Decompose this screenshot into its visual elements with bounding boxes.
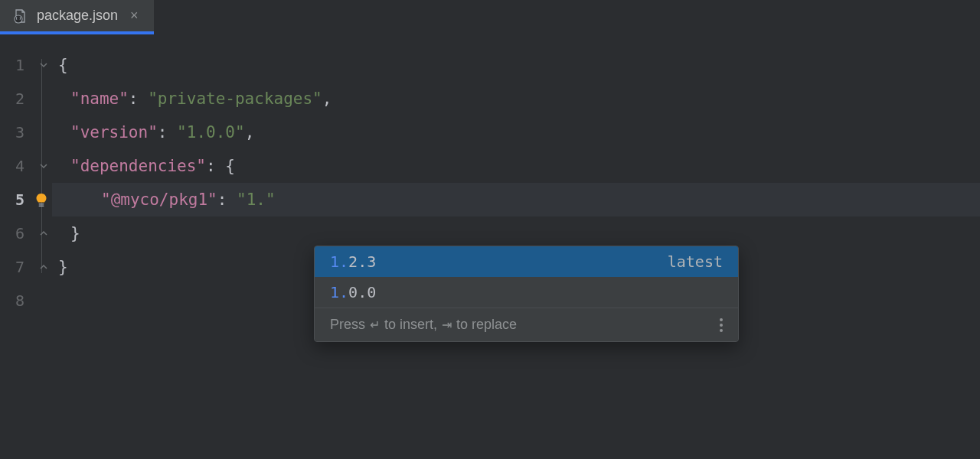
line-number: 7 [0, 250, 35, 284]
autocomplete-item[interactable]: 1.0.0 [315, 277, 738, 308]
line-number: 3 [0, 116, 35, 149]
fold-open-icon[interactable] [38, 160, 50, 172]
enter-key-icon: ↵ [370, 317, 380, 332]
lightbulb-icon[interactable] [34, 192, 49, 207]
autocomplete-popup: 1.2.3 latest 1.0.0 Press ↵ to insert, ⇥ … [314, 246, 739, 342]
comma-token: , [322, 90, 332, 108]
json-key: "version" [70, 123, 158, 142]
json-file-icon [12, 8, 28, 24]
svg-rect-1 [39, 203, 44, 205]
version-tag: latest [668, 252, 723, 271]
brace-token: } [58, 258, 68, 276]
tab-bar: package.json × [0, 0, 980, 34]
json-string: "1." [237, 190, 276, 209]
brace-token: { [225, 157, 235, 175]
line-number: 6 [0, 216, 35, 250]
colon-token: : [217, 190, 227, 209]
version-rest: 2.3 [348, 252, 376, 271]
version-match-prefix: 1. [330, 252, 348, 271]
brace-token: } [70, 224, 80, 243]
editor: 1 2 3 4 5 6 7 8 [0, 34, 980, 459]
autocomplete-hint: Press ↵ to insert, ⇥ to replace [330, 317, 517, 333]
line-number: 1 [0, 48, 35, 82]
line-number: 8 [0, 284, 35, 317]
json-key: "dependencies" [70, 157, 206, 175]
tab-label: package.json [37, 8, 118, 24]
autocomplete-item-selected[interactable]: 1.2.3 latest [315, 246, 738, 277]
svg-rect-2 [39, 206, 44, 207]
colon-token: : [206, 157, 216, 175]
svg-point-0 [15, 15, 22, 23]
code-line[interactable]: "dependencies": { [52, 149, 980, 183]
code-line-active[interactable]: "@myco/pkg1": "1." [52, 183, 980, 216]
code-line[interactable]: "name": "private-packages", [52, 82, 980, 116]
fold-gutter [35, 34, 52, 459]
line-number-active: 5 [0, 183, 35, 216]
code-line[interactable]: { [52, 48, 980, 82]
json-key: "name" [70, 90, 129, 108]
line-number: 4 [0, 149, 35, 183]
json-string: "1.0.0" [177, 123, 245, 142]
tab-key-icon: ⇥ [442, 317, 452, 332]
close-icon[interactable]: × [127, 8, 142, 24]
json-key: "@myco/pkg1" [101, 190, 217, 209]
autocomplete-footer: Press ↵ to insert, ⇥ to replace [315, 308, 738, 341]
more-options-icon[interactable] [720, 318, 723, 332]
fold-open-icon[interactable] [38, 59, 50, 71]
version-rest: 0.0 [348, 283, 376, 301]
brace-token: { [58, 56, 68, 74]
comma-token: , [245, 123, 255, 142]
fold-close-icon[interactable] [38, 261, 50, 273]
version-match-prefix: 1. [330, 283, 348, 301]
line-number: 2 [0, 82, 35, 116]
fold-close-icon[interactable] [38, 227, 50, 239]
code-line[interactable]: "version": "1.0.0", [52, 116, 980, 149]
line-number-gutter: 1 2 3 4 5 6 7 8 [0, 34, 35, 459]
colon-token: : [129, 90, 139, 108]
tab-package-json[interactable]: package.json × [0, 0, 154, 34]
json-string: "private-packages" [148, 90, 322, 108]
colon-token: : [158, 123, 168, 142]
